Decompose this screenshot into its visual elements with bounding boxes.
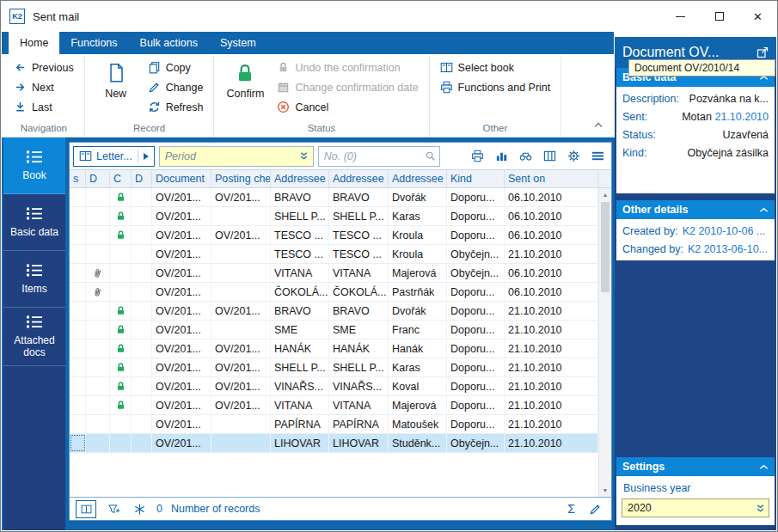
sidebar-item-attached-docs[interactable]: Attached docs (3, 308, 65, 366)
scroll-up-button[interactable]: ▲ (599, 188, 611, 201)
changed-by-label: Changed by: (622, 243, 683, 255)
table-row[interactable]: OV/201...ČOKOLÁ...ČOKOLÁ...PastrňákDopor… (70, 283, 598, 302)
cancel-button[interactable]: Cancel (273, 97, 422, 117)
next-button[interactable]: Next (9, 77, 78, 97)
column-header[interactable]: s (70, 170, 86, 187)
table-row[interactable]: OV/201...OV/201...HANÁKHANÁKHanákDoporu.… (70, 339, 598, 358)
business-year-label: Business year (623, 482, 769, 494)
cell-posting: OV/201... (211, 377, 271, 395)
sidebar-item-items[interactable]: Items (3, 251, 65, 308)
select-book-button[interactable]: Select book (436, 58, 555, 77)
cell-sent_on: 21.10.2010 (505, 302, 598, 320)
cell-d (132, 264, 152, 282)
ribbon-group-navigation: Previous Next Last Navigation (3, 56, 85, 137)
tab-functions[interactable]: Functions (59, 32, 128, 54)
table-row[interactable]: OV/201...VITANAVITANAMajerováObyčejn...0… (70, 264, 598, 283)
table-row[interactable]: OV/201...OV/201...BRAVOBRAVODvořákDoporu… (70, 188, 598, 207)
previous-button[interactable]: Previous (9, 58, 78, 77)
undo-confirmation-button: Undo the confirmation (273, 58, 422, 77)
open-external-icon[interactable] (757, 46, 769, 58)
maximize-button[interactable] (700, 1, 738, 32)
column-header[interactable]: D (86, 170, 110, 187)
table-row[interactable]: OV/201...OV/201...TESCO ...TESCO ...Krou… (70, 226, 598, 245)
created-by-value: K2 2010-10-06 ... (683, 225, 766, 237)
sidebar-item-book[interactable]: Book (3, 138, 65, 194)
section-header-settings[interactable]: Settings (616, 457, 775, 476)
status-value: Uzavřená (723, 129, 769, 141)
hamburger-menu-icon (591, 150, 604, 162)
new-button[interactable]: New (91, 58, 141, 100)
cell-kind: Doporu... (447, 415, 505, 433)
search-input[interactable] (319, 147, 425, 166)
lock-icon (115, 192, 126, 203)
period-input[interactable] (160, 147, 298, 166)
copy-button[interactable]: Copy (144, 58, 208, 77)
list-icon (25, 315, 44, 329)
book-selector-button[interactable]: Letter... (73, 146, 155, 167)
edit-button[interactable] (589, 503, 602, 516)
cell-document: OV/201... (152, 396, 211, 414)
change-label: Change (166, 82, 204, 94)
column-header[interactable]: Sent on (505, 170, 598, 187)
filter-button[interactable] (105, 500, 122, 517)
freeze-button[interactable] (131, 500, 148, 517)
settings-box: Business year (616, 476, 775, 525)
refresh-button[interactable]: Refresh (144, 97, 208, 117)
sum-button[interactable]: Σ (567, 502, 575, 516)
cell-addressee1: VITANA (271, 264, 329, 282)
confirm-button[interactable]: Confirm (220, 58, 270, 100)
business-year-input[interactable] (622, 502, 755, 514)
chart-button[interactable] (493, 148, 510, 165)
cell-posting: OV/201... (211, 302, 271, 320)
cell-addressee2: HANÁK (329, 339, 389, 358)
column-header[interactable]: Posting che... (211, 170, 271, 187)
cell-document: OV/201... (152, 339, 211, 358)
cell-sent_on: 06.10.2010 (505, 226, 598, 244)
close-button[interactable]: ✕ (738, 1, 777, 32)
column-header[interactable]: Addressee - (329, 170, 389, 187)
column-header[interactable]: Kind (447, 170, 505, 187)
scroll-down-button[interactable]: ▼ (599, 484, 611, 497)
vertical-scrollbar[interactable]: ▲ ▼ (598, 188, 611, 497)
column-header[interactable]: Document (152, 170, 211, 187)
tab-home[interactable]: Home (9, 32, 59, 54)
sidebar-item-basic-data[interactable]: Basic data (3, 194, 65, 251)
change-button[interactable]: Change (144, 77, 208, 97)
table-row[interactable]: OV/201...SHELL P...SHELL P...KarasDoporu… (70, 207, 598, 226)
content-area: Book Basic data Items Attached docs Lett… (2, 138, 615, 530)
minimize-button[interactable] (661, 1, 700, 32)
table-row[interactable]: OV/201...OV/201...VINAŘS...VINAŘS...Kova… (70, 377, 598, 396)
table-row[interactable]: OV/201...TESCO ...TESCO ...KroulaObyčejn… (70, 245, 598, 264)
last-button[interactable]: Last (9, 97, 78, 117)
cell-document: OV/201... (152, 434, 211, 452)
unlock-icon (277, 61, 290, 74)
double-chevron-down-icon[interactable] (755, 503, 766, 514)
table-row[interactable]: OV/201...PAPÍRNAPAPÍRNAMatoušekDoporu...… (70, 415, 598, 434)
table-row[interactable]: OV/201...LIHOVARLIHOVARStuděnk...Obyčejn… (70, 434, 598, 453)
cell-lock (110, 245, 132, 263)
find-button[interactable] (517, 148, 534, 165)
settings-button[interactable] (565, 148, 582, 165)
column-header[interactable]: Addressee - (271, 170, 329, 187)
table-row[interactable]: OV/201...OV/201...VITANAVITANAMajerováDo… (70, 396, 598, 415)
table-row[interactable]: OV/201...SMESMEFrancDoporu...21.10.2010 (70, 321, 598, 339)
field-description: Description: Pozvánka na k... (616, 89, 775, 107)
functions-and-print-button[interactable]: Functions and Print (436, 77, 555, 97)
print-button[interactable] (469, 148, 486, 165)
tab-bulk-actions[interactable]: Bulk actions (129, 32, 209, 54)
columns-button[interactable] (541, 148, 558, 165)
scrollbar-track[interactable] (599, 293, 611, 484)
column-header[interactable]: D (132, 170, 152, 187)
cell-addressee1: SHELL P... (271, 207, 329, 225)
column-header[interactable]: C (110, 170, 132, 187)
table-row[interactable]: OV/201...OV/201...BRAVOBRAVODvořákDoporu… (70, 302, 598, 321)
double-chevron-down-icon[interactable] (298, 150, 309, 162)
column-header[interactable]: Addressee - (389, 170, 447, 187)
book-view-button[interactable] (76, 500, 96, 518)
menu-button[interactable] (589, 148, 606, 165)
collapse-ribbon-button[interactable] (593, 118, 603, 131)
table-row[interactable]: OV/201...OV/201...SHELL P...SHELL P...Ka… (70, 358, 598, 377)
tab-system[interactable]: System (209, 32, 267, 54)
section-header-other-details[interactable]: Other details (616, 200, 775, 219)
scrollbar-thumb[interactable] (601, 202, 610, 292)
